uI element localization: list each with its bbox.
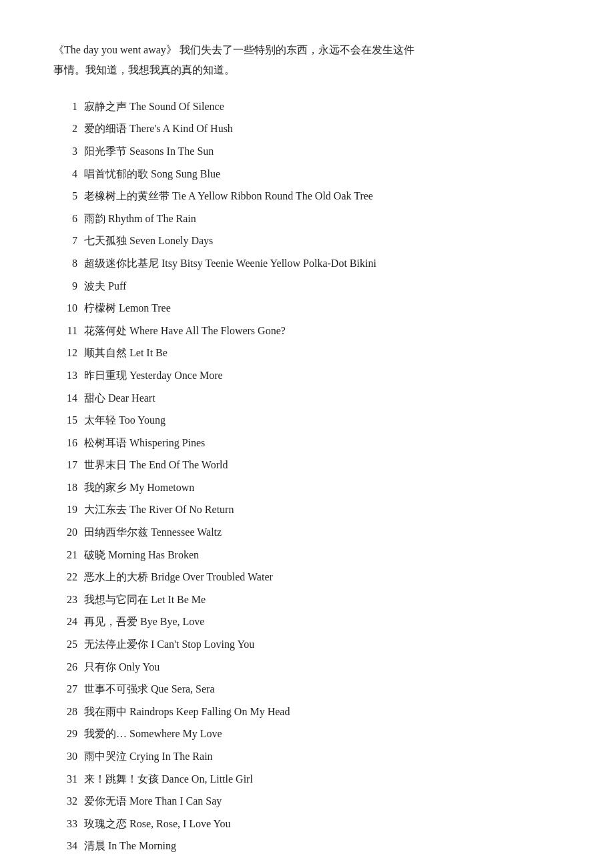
list-item: 16松树耳语 Whispering Pines (53, 433, 561, 453)
list-item: 6雨韵 Rhythm of The Rain (53, 209, 561, 229)
song-number: 9 (53, 276, 77, 296)
song-number: 28 (53, 702, 77, 722)
list-item: 17世界末日 The End Of The World (53, 455, 561, 475)
song-number: 32 (53, 791, 77, 811)
list-item: 25无法停止爱你 I Can't Stop Loving You (53, 634, 561, 655)
song-list: 1寂静之声 The Sound Of Silence2爱的细语 There's … (53, 97, 561, 856)
song-title: 柠檬树 Lemon Tree (84, 298, 171, 318)
list-item: 29我爱的… Somewhere My Love (53, 724, 561, 744)
song-title: 世界末日 The End Of The World (84, 455, 228, 475)
list-item: 28我在雨中 Raindrops Keep Falling On My Head (53, 702, 561, 722)
song-number: 2 (53, 119, 77, 139)
song-number: 11 (53, 321, 77, 341)
song-number: 33 (53, 814, 77, 834)
song-number: 7 (53, 231, 77, 251)
list-item: 4唱首忧郁的歌 Song Sung Blue (53, 164, 561, 184)
song-title: 我想与它同在 Let It Be Me (84, 590, 206, 610)
song-number: 31 (53, 769, 77, 789)
list-item: 3阳光季节 Seasons In The Sun (53, 141, 561, 161)
song-title: 我的家乡 My Hometown (84, 478, 194, 498)
song-title: 阳光季节 Seasons In The Sun (84, 141, 214, 161)
song-number: 19 (53, 500, 77, 520)
song-title: 寂静之声 The Sound Of Silence (84, 97, 224, 117)
list-item: 31来！跳舞！女孩 Dance On, Little Girl (53, 769, 561, 789)
list-item: 21破晓 Morning Has Broken (53, 545, 561, 565)
song-number: 13 (53, 366, 77, 386)
song-title: 只有你 Only You (84, 657, 160, 677)
intro-paragraph: 《The day you went away》 我们失去了一些特别的东西，永远不… (53, 40, 561, 81)
list-item: 23我想与它同在 Let It Be Me (53, 590, 561, 610)
song-title: 清晨 In The Morning (84, 836, 176, 856)
song-number: 1 (53, 97, 77, 117)
song-number: 4 (53, 164, 77, 184)
song-number: 27 (53, 679, 77, 699)
song-number: 15 (53, 410, 77, 430)
song-number: 8 (53, 254, 77, 274)
song-title: 昨日重现 Yesterday Once More (84, 366, 223, 386)
song-number: 29 (53, 724, 77, 744)
song-title: 爱你无语 More Than I Can Say (84, 791, 222, 811)
list-item: 5老橡树上的黄丝带 Tie A Yellow Ribbon Round The … (53, 186, 561, 206)
song-title: 再见，吾爱 Bye Bye, Love (84, 612, 204, 632)
list-item: 27世事不可强求 Que Sera, Sera (53, 679, 561, 699)
song-title: 太年轻 Too Young (84, 410, 166, 430)
song-number: 22 (53, 567, 77, 587)
song-number: 6 (53, 209, 77, 229)
list-item: 33玫瑰之恋 Rose, Rose, I Love You (53, 814, 561, 834)
song-title: 无法停止爱你 I Can't Stop Loving You (84, 634, 254, 655)
list-item: 13昨日重现 Yesterday Once More (53, 366, 561, 386)
list-item: 10柠檬树 Lemon Tree (53, 298, 561, 318)
song-title: 老橡树上的黄丝带 Tie A Yellow Ribbon Round The O… (84, 186, 373, 206)
list-item: 2爱的细语 There's A Kind Of Hush (53, 119, 561, 139)
song-title: 我爱的… Somewhere My Love (84, 724, 222, 744)
list-item: 9波夫 Puff (53, 276, 561, 296)
song-title: 松树耳语 Whispering Pines (84, 433, 205, 453)
song-title: 超级迷你比基尼 Itsy Bitsy Teenie Weenie Yellow … (84, 254, 376, 274)
list-item: 24再见，吾爱 Bye Bye, Love (53, 612, 561, 632)
list-item: 26只有你 Only You (53, 657, 561, 677)
song-number: 25 (53, 634, 77, 655)
song-number: 21 (53, 545, 77, 565)
song-number: 23 (53, 590, 77, 610)
list-item: 19大江东去 The River Of No Return (53, 500, 561, 520)
song-number: 26 (53, 657, 77, 677)
song-number: 18 (53, 478, 77, 498)
song-number: 5 (53, 186, 77, 206)
song-number: 12 (53, 343, 77, 363)
song-title: 恶水上的大桥 Bridge Over Troubled Water (84, 567, 273, 587)
song-title: 甜心 Dear Heart (84, 388, 156, 408)
song-number: 20 (53, 522, 77, 542)
song-title: 来！跳舞！女孩 Dance On, Little Girl (84, 769, 253, 789)
song-title: 世事不可强求 Que Sera, Sera (84, 679, 215, 699)
song-title: 雨韵 Rhythm of The Rain (84, 209, 196, 229)
song-title: 顺其自然 Let It Be (84, 343, 168, 363)
song-title: 唱首忧郁的歌 Song Sung Blue (84, 164, 220, 184)
song-title: 七天孤独 Seven Lonely Days (84, 231, 213, 251)
song-title: 大江东去 The River Of No Return (84, 500, 234, 520)
song-title: 我在雨中 Raindrops Keep Falling On My Head (84, 702, 290, 722)
song-title: 雨中哭泣 Crying In The Rain (84, 747, 213, 767)
list-item: 20田纳西华尔兹 Tennessee Waltz (53, 522, 561, 542)
intro-line2: 事情。我知道，我想我真的真的知道。 (53, 64, 235, 75)
song-number: 34 (53, 836, 77, 856)
list-item: 12顺其自然 Let It Be (53, 343, 561, 363)
song-number: 30 (53, 747, 77, 767)
list-item: 14甜心 Dear Heart (53, 388, 561, 408)
list-item: 18我的家乡 My Hometown (53, 478, 561, 498)
song-title: 花落何处 Where Have All The Flowers Gone? (84, 321, 286, 341)
list-item: 15太年轻 Too Young (53, 410, 561, 430)
song-title: 破晓 Morning Has Broken (84, 545, 199, 565)
list-item: 8超级迷你比基尼 Itsy Bitsy Teenie Weenie Yellow… (53, 254, 561, 274)
song-title: 田纳西华尔兹 Tennessee Waltz (84, 522, 222, 542)
list-item: 11花落何处 Where Have All The Flowers Gone? (53, 321, 561, 341)
intro-line1: 《The day you went away》 我们失去了一些特别的东西，永远不… (53, 44, 414, 55)
song-number: 17 (53, 455, 77, 475)
song-number: 14 (53, 388, 77, 408)
song-number: 16 (53, 433, 77, 453)
song-number: 24 (53, 612, 77, 632)
song-title: 爱的细语 There's A Kind Of Hush (84, 119, 233, 139)
song-number: 3 (53, 141, 77, 161)
list-item: 30雨中哭泣 Crying In The Rain (53, 747, 561, 767)
list-item: 32爱你无语 More Than I Can Say (53, 791, 561, 811)
list-item: 34清晨 In The Morning (53, 836, 561, 856)
